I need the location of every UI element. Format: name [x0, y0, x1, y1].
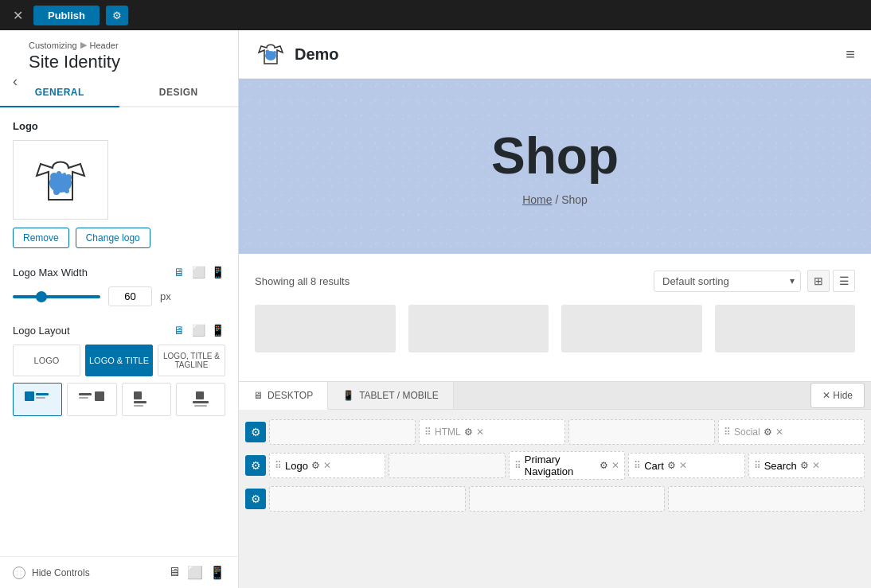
footer-mobile-icon[interactable]: 📱: [209, 565, 225, 580]
desktop-tab-label: DESKTOP: [268, 390, 313, 401]
hamburger-menu[interactable]: ≡: [846, 45, 855, 64]
html-widget-label: HTML: [435, 426, 461, 438]
layout-desktop-icon[interactable]: 🖥: [171, 322, 187, 338]
svg-point-3: [53, 189, 60, 195]
hero-title: Shop: [255, 127, 855, 185]
grid-view-btn[interactable]: ⊞: [807, 270, 830, 292]
row-1-zone-center[interactable]: ⠿ HTML ⚙ ✕: [419, 419, 565, 445]
hero-breadcrumb-home[interactable]: Home: [522, 193, 552, 206]
layout-buttons-row: LOGO LOGO & TITLE LOGO, TITLE & TAGLINE: [13, 345, 225, 376]
device-icons: 🖥 ⬜ 📱: [171, 264, 225, 280]
hero-breadcrumb: Home / Shop: [255, 193, 855, 206]
view-icons: ⊞ ☰: [807, 270, 855, 292]
builder-rows: ⚙ ⠿ HTML ⚙ ✕ ⠿ Social ⚙ ✕: [239, 410, 871, 521]
row-3-zone-left[interactable]: [269, 486, 466, 512]
nav-widget-settings[interactable]: ⚙: [600, 460, 608, 471]
row-3-zone-center[interactable]: [469, 486, 666, 512]
layout-logo-btn[interactable]: LOGO: [13, 345, 80, 376]
row-1-zone-right[interactable]: ⠿ Social ⚙ ✕: [718, 419, 865, 445]
row-2-settings-btn[interactable]: ⚙: [245, 455, 266, 476]
logo-widget-close[interactable]: ✕: [323, 460, 331, 471]
tablet-mobile-tab-label: TABLET / MOBILE: [359, 390, 439, 401]
svg-rect-9: [36, 397, 45, 399]
row-1-settings-btn[interactable]: ⚙: [245, 422, 266, 442]
logo-image: [29, 148, 92, 212]
layout-logo-title-btn[interactable]: LOGO & TITLE: [85, 345, 153, 376]
row-2-zone-nav[interactable]: ⠿ Primary Navigation ⚙ ✕: [509, 451, 625, 480]
logo-layout-control-row: Logo Layout 🖥 ⬜ 📱: [13, 322, 225, 338]
settings-button[interactable]: ⚙: [106, 6, 128, 25]
layout-icon-4[interactable]: [176, 383, 225, 416]
row-3-zone-right[interactable]: [668, 486, 865, 512]
cart-widget-settings[interactable]: ⚙: [667, 460, 676, 471]
unit-label: px: [160, 290, 171, 302]
layout-icon-2[interactable]: [67, 383, 116, 416]
nav-widget-label: Primary Navigation: [525, 454, 596, 477]
mobile-icon[interactable]: 📱: [209, 264, 225, 280]
hero-breadcrumb-sep: /: [555, 193, 561, 206]
back-button[interactable]: ‹: [6, 70, 24, 93]
html-widget-grip: ⠿: [424, 426, 432, 438]
tab-tablet-mobile[interactable]: 📱 TABLET / MOBILE: [328, 382, 454, 409]
remove-button[interactable]: Remove: [13, 228, 69, 248]
list-view-btn[interactable]: ☰: [833, 270, 855, 292]
logo-widget-settings[interactable]: ⚙: [311, 460, 320, 471]
layout-icon-1[interactable]: [13, 383, 62, 416]
tab-desktop[interactable]: 🖥 DESKTOP: [239, 382, 328, 410]
search-widget-close[interactable]: ✕: [812, 460, 820, 471]
svg-point-5: [57, 171, 61, 176]
hide-button[interactable]: ✕ Hide: [810, 383, 865, 408]
social-widget-close[interactable]: ✕: [775, 426, 783, 438]
publish-button[interactable]: Publish: [33, 6, 100, 25]
row-2-zone-cart[interactable]: ⠿ Cart ⚙ ✕: [628, 453, 744, 478]
logo-width-slider[interactable]: [13, 295, 100, 298]
tablet-mobile-tab-icon: 📱: [342, 390, 354, 401]
close-button[interactable]: ✕: [8, 6, 27, 25]
cart-widget-close[interactable]: ✕: [679, 460, 687, 471]
slider-row: px: [13, 286, 225, 306]
row-1-zone-mid[interactable]: [568, 419, 715, 445]
logo-preview: [13, 140, 108, 220]
tab-design[interactable]: DESIGN: [119, 79, 239, 107]
hide-controls[interactable]: Hide Controls 🖥 ⬜ 📱: [0, 556, 238, 588]
sidebar: ‹ Customizing ▶ Header Site Identity GEN…: [0, 30, 239, 588]
social-widget-settings[interactable]: ⚙: [764, 426, 772, 438]
svg-point-20: [266, 50, 270, 54]
nav-widget-close[interactable]: ✕: [611, 460, 619, 471]
sidebar-header: ‹ Customizing ▶ Header Site Identity: [0, 30, 238, 79]
layout-logo-title-tagline-btn[interactable]: LOGO, TITLE & TAGLINE: [158, 345, 225, 376]
logo-widget-grip: ⠿: [275, 460, 282, 471]
layout-icon-3[interactable]: [122, 383, 171, 416]
logo-label: Logo: [13, 120, 225, 132]
row-2-zone-empty[interactable]: [389, 453, 505, 478]
row-2-zone-search[interactable]: ⠿ Search ⚙ ✕: [748, 453, 865, 478]
bottom-tab-bar: 🖥 DESKTOP 📱 TABLET / MOBILE ✕ Hide: [239, 382, 871, 410]
tab-bar: GENERAL DESIGN: [0, 79, 238, 107]
row-3-settings-btn[interactable]: ⚙: [245, 489, 266, 509]
svg-rect-18: [194, 405, 207, 407]
cart-widget-grip: ⠿: [634, 460, 641, 471]
html-widget-settings[interactable]: ⚙: [464, 426, 473, 438]
layout-mobile-icon[interactable]: 📱: [209, 322, 225, 338]
svg-rect-11: [79, 397, 88, 399]
layout-tablet-icon[interactable]: ⬜: [190, 322, 206, 338]
shop-content: Showing all 8 results Default sorting So…: [239, 254, 871, 381]
row-1-zone-left[interactable]: [269, 419, 416, 445]
footer-tablet-icon[interactable]: ⬜: [187, 565, 203, 580]
search-widget-settings[interactable]: ⚙: [800, 460, 809, 471]
svg-rect-8: [36, 393, 49, 395]
footer-desktop-icon[interactable]: 🖥: [168, 565, 181, 580]
builder-row-2: ⚙ ⠿ Logo ⚙ ✕ ⠿ Primary Navigation ⚙ ✕: [239, 448, 871, 483]
logo-width-input[interactable]: [108, 286, 152, 306]
html-widget-close[interactable]: ✕: [476, 426, 484, 438]
svg-point-21: [273, 51, 276, 54]
preview-logo: [255, 38, 287, 70]
tablet-icon[interactable]: ⬜: [190, 264, 206, 280]
product-placeholder-3: [561, 305, 702, 352]
desktop-icon[interactable]: 🖥: [171, 264, 187, 280]
row-2-zone-logo[interactable]: ⠿ Logo ⚙ ✕: [269, 453, 385, 478]
sort-select[interactable]: Default sorting Sort by popularity Sort …: [654, 271, 801, 292]
main-container: ‹ Customizing ▶ Header Site Identity GEN…: [0, 30, 871, 588]
preview-site-header: Demo ≡: [239, 30, 871, 79]
change-logo-button[interactable]: Change logo: [76, 228, 150, 248]
